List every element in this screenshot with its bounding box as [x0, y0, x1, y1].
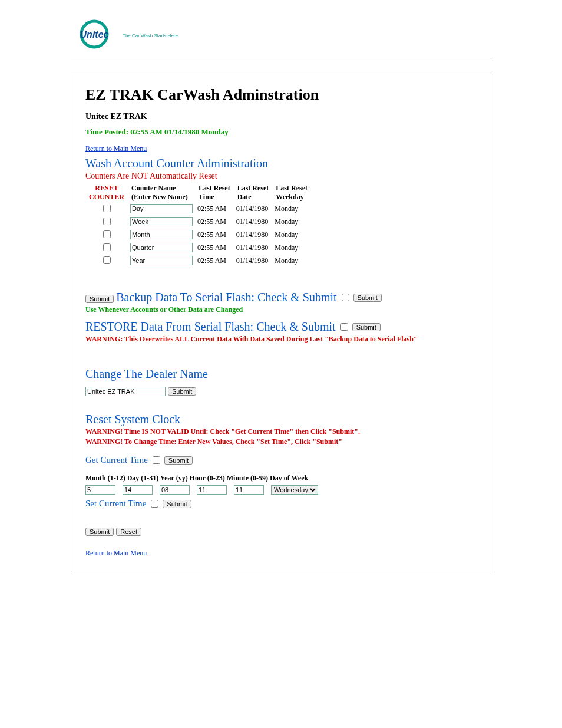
last-reset-weekday: Monday	[272, 254, 311, 267]
return-main-menu-link-top[interactable]: Return to Main Menu	[85, 144, 147, 153]
restore-submit-button[interactable]: Submit	[352, 323, 381, 331]
table-row: 02:55 AM01/14/1980Monday	[85, 241, 311, 254]
clock-month-input[interactable]	[85, 485, 115, 495]
col-last-reset-weekday: Last ResetWeekday	[272, 183, 311, 202]
clock-year-input[interactable]	[160, 485, 190, 495]
counter-name-input[interactable]	[130, 230, 193, 239]
col-last-reset-date: Last ResetDate	[234, 183, 273, 202]
reset-counter-checkbox[interactable]	[103, 205, 111, 212]
set-current-time-submit-button[interactable]: Submit	[163, 500, 191, 508]
clock-warning-1: WARNING! Time IS NOT VALID Until: Check …	[85, 427, 477, 436]
set-current-time-label: Set Current Time	[85, 499, 146, 509]
time-posted: Time Posted: 02:55 AM 01/14/1980 Monday	[85, 127, 477, 137]
last-reset-time: 02:55 AM	[195, 215, 234, 228]
counter-name-input[interactable]	[130, 256, 193, 265]
return-main-menu-link-bottom[interactable]: Return to Main Menu	[85, 549, 147, 557]
page-title: EZ TRAK CarWash Adminstration	[85, 86, 477, 104]
backup-checkbox[interactable]	[342, 294, 349, 301]
counters-table: RESETCOUNTER Counter Name(Enter New Name…	[85, 183, 311, 267]
admin-panel: EZ TRAK CarWash Adminstration Unitec EZ …	[71, 75, 491, 572]
get-current-time-submit-button[interactable]: Submit	[164, 456, 193, 465]
clock-day-input[interactable]	[123, 485, 153, 495]
table-row: 02:55 AM01/14/1980Monday	[85, 202, 311, 215]
last-reset-weekday: Monday	[272, 202, 311, 215]
last-reset-date: 01/14/1980	[234, 202, 273, 215]
restore-warning: WARNING: This Overwrites ALL Current Dat…	[85, 335, 477, 344]
last-reset-time: 02:55 AM	[195, 228, 234, 241]
get-current-time-label: Get Current Time	[85, 455, 148, 465]
restore-heading: RESTORE Data From Serial Flash: Check & …	[85, 320, 336, 334]
dealer-name-input[interactable]	[85, 387, 166, 396]
counter-name-input[interactable]	[130, 217, 193, 226]
page-subtitle: Unitec EZ TRAK	[85, 112, 477, 121]
last-reset-weekday: Monday	[272, 241, 311, 254]
col-reset: RESETCOUNTER	[85, 183, 128, 202]
logo-header: Unitec The Car Wash Starts Here.	[71, 18, 491, 57]
clock-minute-input[interactable]	[234, 485, 264, 495]
reset-counter-checkbox[interactable]	[103, 256, 111, 264]
form-submit-button[interactable]: Submit	[85, 528, 114, 536]
clock-hour-input[interactable]	[197, 485, 227, 495]
counter-name-input[interactable]	[130, 243, 193, 252]
backup-submit-button[interactable]: Submit	[353, 294, 382, 302]
last-reset-date: 01/14/1980	[234, 215, 273, 228]
restore-checkbox[interactable]	[340, 323, 348, 331]
get-current-time-checkbox[interactable]	[153, 456, 160, 464]
table-row: 02:55 AM01/14/1980Monday	[85, 254, 311, 267]
svg-text:Unitec: Unitec	[80, 29, 109, 39]
last-reset-time: 02:55 AM	[195, 241, 234, 254]
last-reset-time: 02:55 AM	[195, 202, 234, 215]
last-reset-date: 01/14/1980	[234, 241, 273, 254]
counters-submit-button[interactable]: Submit	[85, 295, 114, 303]
last-reset-date: 01/14/1980	[234, 228, 273, 241]
set-current-time-checkbox[interactable]	[151, 500, 158, 508]
clock-field-labels: Month (1-12) Day (1-31) Year (yy) Hour (…	[85, 474, 477, 483]
reset-counter-checkbox[interactable]	[103, 243, 111, 251]
dealer-heading: Change The Dealer Name	[85, 367, 477, 381]
table-row: 02:55 AM01/14/1980Monday	[85, 228, 311, 241]
logo-tagline: The Car Wash Starts Here.	[123, 33, 179, 38]
last-reset-time: 02:55 AM	[195, 254, 234, 267]
unitec-logo-icon: Unitec	[71, 18, 118, 53]
last-reset-weekday: Monday	[272, 228, 311, 241]
dealer-submit-button[interactable]: Submit	[168, 387, 196, 396]
col-last-reset-time: Last ResetTime	[195, 183, 234, 202]
col-counter-name: Counter Name(Enter New Name)	[128, 183, 195, 202]
form-reset-button[interactable]: Reset	[116, 528, 141, 536]
backup-heading: Backup Data To Serial Flash: Check & Sub…	[116, 291, 336, 304]
reset-counter-checkbox[interactable]	[103, 230, 111, 238]
last-reset-weekday: Monday	[272, 215, 311, 228]
clock-heading: Reset System Clock	[85, 413, 477, 426]
clock-day-of-week-select[interactable]: Wednesday	[271, 485, 318, 495]
backup-note: Use Whenever Accounts or Other Data are …	[85, 305, 477, 314]
clock-warning-2: WARNING! To Change Time: Enter New Value…	[85, 437, 477, 446]
counters-subheading: Counters Are NOT Automatically Reset	[85, 172, 477, 181]
counters-heading: Wash Account Counter Administration	[85, 157, 477, 170]
counter-name-input[interactable]	[130, 204, 193, 213]
table-row: 02:55 AM01/14/1980Monday	[85, 215, 311, 228]
reset-counter-checkbox[interactable]	[103, 218, 111, 225]
last-reset-date: 01/14/1980	[234, 254, 273, 267]
